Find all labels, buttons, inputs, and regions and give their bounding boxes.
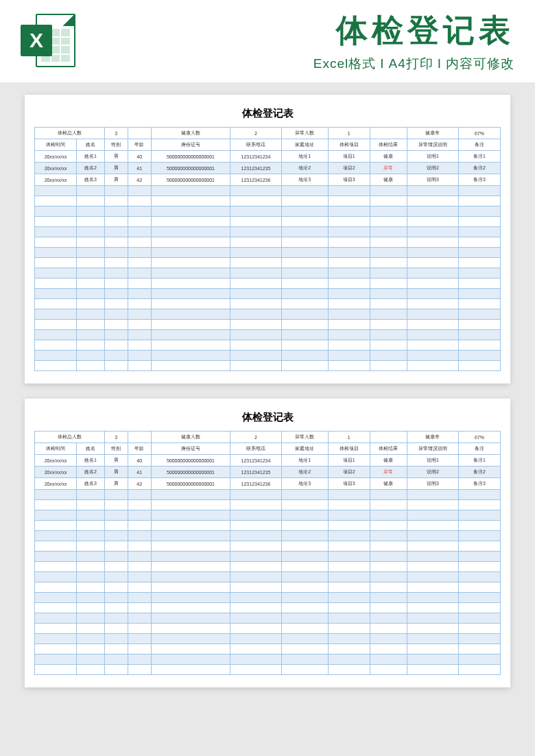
table-row bbox=[35, 644, 501, 654]
table-row bbox=[35, 258, 501, 268]
sheet-page-2: 体检登记表体检总人数3健康人数2异常人数1健康率67%体检时间姓名性别年龄身份证… bbox=[25, 399, 510, 687]
table-row bbox=[35, 562, 501, 572]
col-header-remark: 备注 bbox=[458, 443, 500, 455]
table-row bbox=[35, 624, 501, 634]
table-row bbox=[35, 510, 501, 521]
banner-subtitle: Excel格式IA4打印I内容可修改 bbox=[89, 55, 514, 73]
table-row bbox=[35, 206, 501, 217]
table-row bbox=[35, 572, 501, 582]
banner-sub-part-2: 内容可修改 bbox=[446, 56, 514, 71]
banner-text-block: 体检登记表 Excel格式IA4打印I内容可修改 bbox=[89, 10, 514, 73]
col-header-age: 年龄 bbox=[128, 139, 151, 151]
banner-sub-part-0: Excel格式 bbox=[313, 56, 376, 71]
table-row bbox=[35, 309, 501, 320]
table-row bbox=[35, 237, 501, 248]
table-row bbox=[35, 593, 501, 603]
col-header-phone: 联系电话 bbox=[230, 443, 282, 455]
col-header-addr: 家庭地址 bbox=[281, 139, 328, 151]
table-row bbox=[35, 603, 501, 613]
registration-table: 体检总人数3健康人数2异常人数1健康率67%体检时间姓名性别年龄身份证号联系电话… bbox=[34, 127, 501, 371]
col-header-item: 体检项目 bbox=[328, 443, 370, 455]
col-header-id: 身份证号 bbox=[151, 443, 230, 455]
col-header-date: 体检时间 bbox=[35, 139, 77, 151]
table-row bbox=[35, 340, 501, 351]
table-row bbox=[35, 521, 501, 531]
col-header-remark: 备注 bbox=[458, 139, 500, 151]
table-row bbox=[35, 361, 501, 371]
table-row bbox=[35, 541, 501, 552]
table-row bbox=[35, 531, 501, 541]
summary-row: 体检总人数3健康人数2异常人数1健康率67% bbox=[35, 432, 501, 443]
table-row: 20xx/xx/xx姓名3男42500000000000000001123123… bbox=[35, 174, 501, 186]
table-row bbox=[35, 330, 501, 340]
banner: X 体检登记表 Excel格式IA4打印I内容可修改 bbox=[0, 0, 535, 82]
sheet-title: 体检登记表 bbox=[34, 407, 501, 431]
table-row bbox=[35, 552, 501, 562]
table-row: 20xx/xx/xx姓名3男42500000000000000001123123… bbox=[35, 478, 501, 490]
col-header-result: 体检结果 bbox=[370, 139, 407, 151]
table-row bbox=[35, 227, 501, 237]
table-row bbox=[35, 634, 501, 644]
table-row: 20xx/xx/xx姓名2男41500000000000000001123123… bbox=[35, 163, 501, 174]
table-row bbox=[35, 351, 501, 361]
header-row: 体检时间姓名性别年龄身份证号联系电话家庭地址体检项目体检结果异常情况说明备注 bbox=[35, 443, 501, 455]
summary-row: 体检总人数3健康人数2异常人数1健康率67% bbox=[35, 128, 501, 139]
table-row bbox=[35, 582, 501, 593]
table-row bbox=[35, 299, 501, 309]
col-header-phone: 联系电话 bbox=[230, 139, 282, 151]
col-header-gender: 性别 bbox=[104, 443, 128, 455]
table-row bbox=[35, 500, 501, 510]
col-header-date: 体检时间 bbox=[35, 443, 77, 455]
table-row bbox=[35, 268, 501, 279]
table-row bbox=[35, 196, 501, 206]
col-header-result: 体检结果 bbox=[370, 443, 407, 455]
table-row: 20xx/xx/xx姓名1男40500000000000000001123123… bbox=[35, 151, 501, 163]
sheet-title: 体检登记表 bbox=[34, 103, 501, 127]
col-header-name: 姓名 bbox=[77, 443, 105, 455]
table-row bbox=[35, 248, 501, 258]
table-row bbox=[35, 289, 501, 299]
table-row bbox=[35, 665, 501, 675]
col-header-note: 异常情况说明 bbox=[407, 443, 459, 455]
table-row: 20xx/xx/xx姓名2男41500000000000000001123123… bbox=[35, 466, 501, 478]
header-row: 体检时间姓名性别年龄身份证号联系电话家庭地址体检项目体检结果异常情况说明备注 bbox=[35, 139, 501, 151]
table-row bbox=[35, 186, 501, 196]
col-header-name: 姓名 bbox=[77, 139, 105, 151]
col-header-item: 体检项目 bbox=[328, 139, 370, 151]
table-row bbox=[35, 490, 501, 500]
table-row bbox=[35, 613, 501, 624]
table-row: 20xx/xx/xx姓名1男40500000000000000001123123… bbox=[35, 455, 501, 466]
sheet-page-1: 体检登记表体检总人数3健康人数2异常人数1健康率67%体检时间姓名性别年龄身份证… bbox=[25, 95, 510, 383]
table-row bbox=[35, 654, 501, 665]
col-header-gender: 性别 bbox=[104, 139, 128, 151]
table-row bbox=[35, 217, 501, 227]
banner-sub-part-1: A4打印 bbox=[388, 56, 433, 71]
col-header-note: 异常情况说明 bbox=[407, 139, 459, 151]
col-header-id: 身份证号 bbox=[151, 139, 230, 151]
banner-title: 体检登记表 bbox=[89, 10, 514, 52]
excel-file-icon: X bbox=[21, 14, 75, 69]
sheet-preview-area: 体检登记表体检总人数3健康人数2异常人数1健康率67%体检时间姓名性别年龄身份证… bbox=[0, 82, 535, 715]
col-header-addr: 家庭地址 bbox=[281, 443, 328, 455]
table-row bbox=[35, 320, 501, 330]
table-row bbox=[35, 279, 501, 289]
registration-table: 体检总人数3健康人数2异常人数1健康率67%体检时间姓名性别年龄身份证号联系电话… bbox=[34, 431, 501, 675]
col-header-age: 年龄 bbox=[128, 443, 151, 455]
excel-x-badge: X bbox=[21, 25, 52, 56]
